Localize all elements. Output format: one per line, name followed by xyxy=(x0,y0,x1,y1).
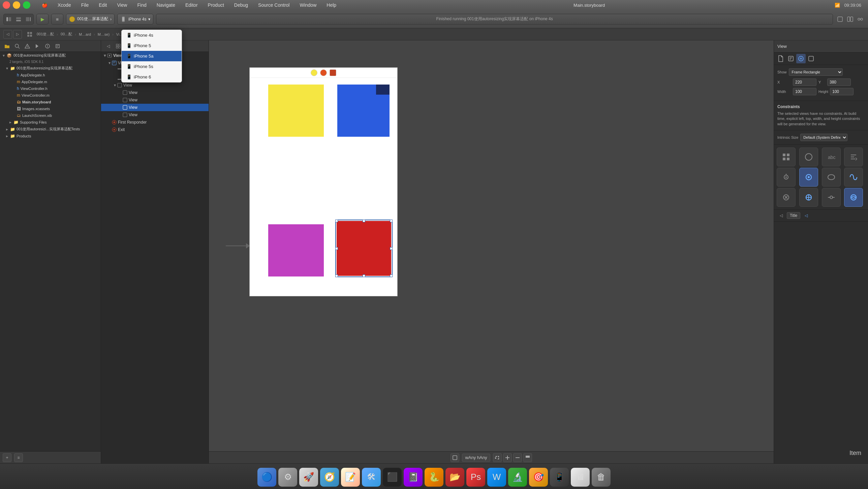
menu-window[interactable]: Window xyxy=(298,1,318,9)
inspector-icon-7[interactable] xyxy=(822,168,841,187)
scheme-selector[interactable]: 001使…屏幕适配 › xyxy=(66,14,115,25)
menu-debug[interactable]: Debug xyxy=(232,1,250,9)
dock-word[interactable]: W xyxy=(487,468,506,487)
handle-bm[interactable] xyxy=(363,274,365,277)
editor-standard[interactable] xyxy=(836,15,844,24)
inspector-tab-quick[interactable] xyxy=(786,54,796,63)
next-icon[interactable]: ◁ xyxy=(802,211,810,220)
maximize-button[interactable] xyxy=(23,1,30,9)
intrinsic-select[interactable]: Default (System Defined) xyxy=(800,134,847,141)
title-tab[interactable]: Title xyxy=(787,212,800,219)
inspector-icon-4[interactable] xyxy=(844,148,863,166)
dock-simulator[interactable]: 📱 xyxy=(550,468,569,487)
inspector-tab-connections[interactable] xyxy=(806,54,816,63)
triangle-view[interactable]: ▾ xyxy=(114,83,116,88)
inspector-icon-8[interactable] xyxy=(844,168,863,187)
breadcrumb-3[interactable]: M…se) xyxy=(96,32,111,37)
navigator-search-icon[interactable] xyxy=(13,42,22,51)
device-selector[interactable]: iPhone 4s ▾ xyxy=(117,14,153,25)
handle-tm[interactable] xyxy=(363,220,365,222)
outline-back[interactable]: ◁ xyxy=(104,42,113,51)
breadcrumb-back[interactable]: ◁ xyxy=(3,30,12,39)
menu-view[interactable]: View xyxy=(115,1,129,9)
dropdown-iphone5[interactable]: 📱 iPhone 5 xyxy=(122,40,182,51)
add-file-button[interactable]: + xyxy=(3,453,11,462)
folder-icon[interactable] xyxy=(3,42,11,51)
tree-expand-products[interactable] xyxy=(6,134,10,138)
menu-file[interactable]: File xyxy=(79,1,91,9)
inspector-icon-5[interactable] xyxy=(777,168,796,187)
breadcrumb-2[interactable]: M…ard xyxy=(78,32,92,37)
show-select[interactable]: Frame Rectangle xyxy=(789,68,843,76)
dock-python[interactable]: 🐍 xyxy=(425,468,443,487)
project-root[interactable]: 📦 001使autoresizing实现屏幕适配 xyxy=(0,52,101,59)
inspector-tab-file[interactable] xyxy=(776,54,785,63)
menu-editor[interactable]: Editor xyxy=(183,1,200,9)
canvas-zoom-in[interactable] xyxy=(503,453,512,462)
height-input[interactable] xyxy=(830,88,854,95)
dock-xcode[interactable]: 🛠 xyxy=(362,468,381,487)
close-button[interactable] xyxy=(3,1,10,9)
dock-settings[interactable]: ⚙ xyxy=(278,468,297,487)
dropdown-iphone5a[interactable]: 📱 iPhone 5a xyxy=(122,51,182,61)
triangle-vc-scene[interactable]: ▾ xyxy=(104,53,106,58)
run-button[interactable]: ▶ xyxy=(36,14,49,25)
handle-ml[interactable] xyxy=(335,247,338,250)
dock-finder2[interactable]: 🖥 xyxy=(571,468,590,487)
dock-safari[interactable]: 🧭 xyxy=(320,468,339,487)
handle-bl[interactable] xyxy=(335,274,338,277)
menu-edit[interactable]: Edit xyxy=(97,1,109,9)
triangle-vc[interactable]: ▾ xyxy=(108,61,111,65)
dock-adobe[interactable]: Ps xyxy=(466,468,485,487)
history-icon[interactable] xyxy=(53,42,62,51)
prev-icon[interactable]: ◁ xyxy=(777,211,785,220)
outline-exit[interactable]: ▾ Exit xyxy=(101,126,209,133)
apple-menu[interactable]: 🍎 xyxy=(40,1,50,9)
vc-scene-canvas[interactable] xyxy=(249,67,398,296)
file-viewcontroller-h[interactable]: h ViewController.h xyxy=(0,85,101,92)
dock-app1[interactable]: 🔬 xyxy=(508,468,527,487)
outline-view-3[interactable]: ▾ View xyxy=(101,111,209,119)
editor-version[interactable] xyxy=(856,15,865,24)
window-controls[interactable] xyxy=(3,1,30,9)
folder-supporting-files[interactable]: 📁 Supporting Files xyxy=(0,119,101,126)
dropdown-iphone4s[interactable]: 📱 iPhone 4s xyxy=(122,30,182,40)
dock-onenote[interactable]: 📓 xyxy=(404,468,423,487)
dock-filezilla[interactable]: 📂 xyxy=(445,468,464,487)
inspector-icon-3[interactable]: abc xyxy=(822,148,841,166)
breadcrumb-0[interactable]: 001使…配 xyxy=(35,31,55,37)
inspector-icon-9[interactable] xyxy=(777,188,796,207)
handle-tl[interactable] xyxy=(335,220,338,222)
y-input[interactable] xyxy=(827,78,851,86)
inspector-icon-6[interactable] xyxy=(799,168,818,187)
folder-products[interactable]: 📁 Products xyxy=(0,133,101,139)
handle-mr[interactable] xyxy=(390,247,393,250)
rect-yellow[interactable] xyxy=(268,85,324,137)
toggle-inspector[interactable] xyxy=(24,15,33,24)
handle-br[interactable] xyxy=(390,274,393,277)
storyboard-canvas[interactable] xyxy=(209,40,774,451)
breadcrumb-1[interactable]: 00…配 xyxy=(59,31,73,37)
dock-terminal[interactable]: ⬛ xyxy=(383,468,402,487)
menu-help[interactable]: Help xyxy=(324,1,338,9)
dock-trash[interactable]: 🗑 xyxy=(592,468,611,487)
outline-view-selected[interactable]: ▾ View xyxy=(101,104,209,111)
toggle-debug[interactable] xyxy=(14,15,23,24)
dropdown-iphone6[interactable]: 📱 iPhone 6 xyxy=(122,72,182,82)
rect-blue[interactable] xyxy=(337,85,390,137)
breakpoint-icon[interactable] xyxy=(33,42,42,51)
breadcrumb-forward[interactable]: ▷ xyxy=(13,30,22,39)
stop-button[interactable]: ■ xyxy=(51,14,63,25)
canvas-arrange[interactable] xyxy=(523,453,532,462)
tree-expand-project[interactable] xyxy=(3,53,7,58)
file-main-storyboard[interactable]: 🗂 Main.storyboard xyxy=(0,99,101,105)
group-main[interactable]: 📁 001使用autoresizing实现屏幕适配 xyxy=(0,65,101,72)
folder-tests[interactable]: 📁 001使用autoresizi...实现屏幕适配Tests xyxy=(0,126,101,133)
x-input[interactable] xyxy=(793,78,816,86)
canvas-zoom-fit[interactable] xyxy=(493,453,502,462)
canvas-zoom-out[interactable] xyxy=(513,453,522,462)
editor-assistant[interactable] xyxy=(846,15,855,24)
tree-expand-group[interactable] xyxy=(6,66,10,71)
handle-tr[interactable] xyxy=(390,220,393,222)
inspector-icon-2[interactable] xyxy=(799,148,818,166)
